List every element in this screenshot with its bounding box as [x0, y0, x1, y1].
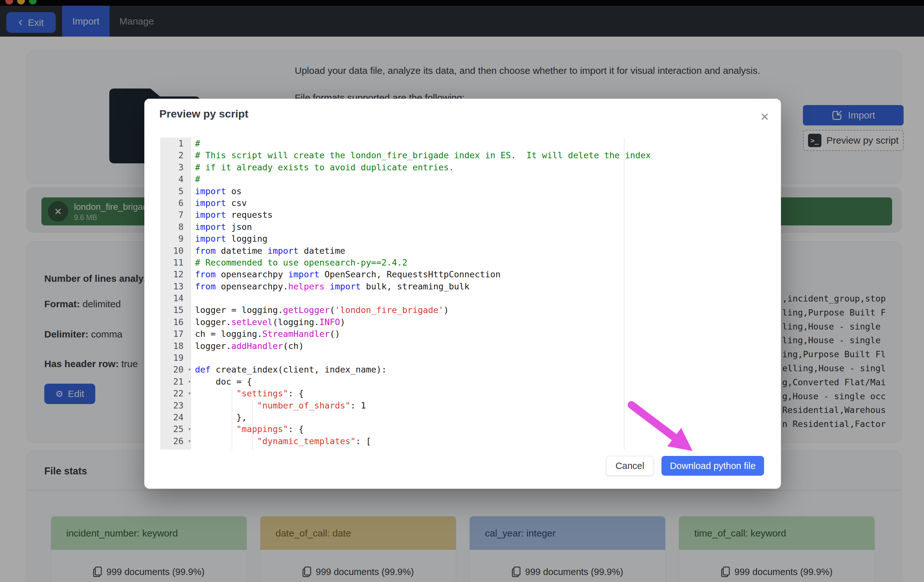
code-line: logger.addHandler(ch)	[195, 340, 768, 352]
indent-guide	[232, 389, 232, 450]
code-line: # Recommended to use opensearch-py==2.4.…	[195, 256, 768, 268]
line-number: 6	[160, 197, 191, 209]
fold-caret-icon[interactable]: ▾	[188, 423, 191, 435]
line-number: 2	[160, 149, 191, 161]
line-number: 12	[160, 268, 191, 280]
line-number: 5	[160, 185, 191, 197]
line-number: 9	[160, 233, 191, 245]
line-number: 11	[160, 256, 191, 268]
line-number: 1	[160, 138, 191, 149]
code-line: ch = logging.StreamHandler()	[195, 328, 768, 340]
code-line: import os	[195, 185, 768, 197]
line-number: 4	[160, 173, 191, 185]
code-line: import json	[195, 221, 768, 233]
annotation-arrow-icon	[623, 396, 712, 467]
line-number: 7	[160, 209, 191, 220]
line-number: 24	[160, 411, 191, 423]
line-number: 21▾	[160, 376, 191, 388]
code-line: import logging	[195, 233, 768, 245]
code-line: from opensearchpy.helpers import bulk, s…	[195, 281, 768, 292]
close-icon[interactable]: ✕	[756, 108, 773, 125]
code-line: # if it already exists to avoid duplicat…	[195, 161, 768, 173]
line-number: 25▾	[160, 423, 191, 435]
line-number: 8	[160, 221, 191, 233]
indent-guide	[252, 401, 253, 450]
code-line: logger = logging.getLogger('london_fire_…	[195, 304, 768, 316]
fold-caret-icon[interactable]: ▾	[188, 435, 191, 447]
code-line: logger.setLevel(logging.INFO)	[195, 316, 768, 328]
code-line: import requests	[195, 209, 768, 220]
code-line: #	[195, 138, 768, 149]
line-number: 17	[160, 328, 191, 340]
modal-title: Preview py script	[159, 108, 249, 120]
code-line	[195, 352, 768, 363]
code-line: def create_index(client, index_name):	[195, 363, 768, 375]
line-number: 22▾	[160, 388, 191, 399]
fold-caret-icon[interactable]: ▾	[188, 376, 191, 388]
code-line: # This script will create the london_fir…	[195, 149, 768, 161]
line-number: 23	[160, 400, 191, 411]
line-number: 19	[160, 352, 191, 363]
code-line: #	[195, 173, 768, 185]
fold-caret-icon[interactable]: ▾	[188, 388, 191, 399]
code-line: import csv	[195, 197, 768, 209]
editor-gutter: 1234567891011121314151617181920▾21▾22▾23…	[160, 138, 191, 450]
line-number: 10	[160, 245, 191, 256]
code-line: from opensearchpy import OpenSearch, Req…	[195, 268, 768, 280]
line-number: 14	[160, 292, 191, 304]
code-line: doc = {	[195, 376, 768, 388]
line-number: 26▾	[160, 435, 191, 447]
line-number: 20▾	[160, 363, 191, 375]
line-number: 18	[160, 340, 191, 352]
line-number: 3	[160, 161, 191, 173]
code-line: from datetime import datetime	[195, 245, 768, 256]
fold-caret-icon[interactable]: ▾	[188, 363, 191, 375]
line-number: 13	[160, 281, 191, 292]
line-number: 16	[160, 316, 191, 328]
line-number: 27	[160, 447, 191, 450]
line-number: 15	[160, 304, 191, 316]
code-line	[195, 292, 768, 304]
